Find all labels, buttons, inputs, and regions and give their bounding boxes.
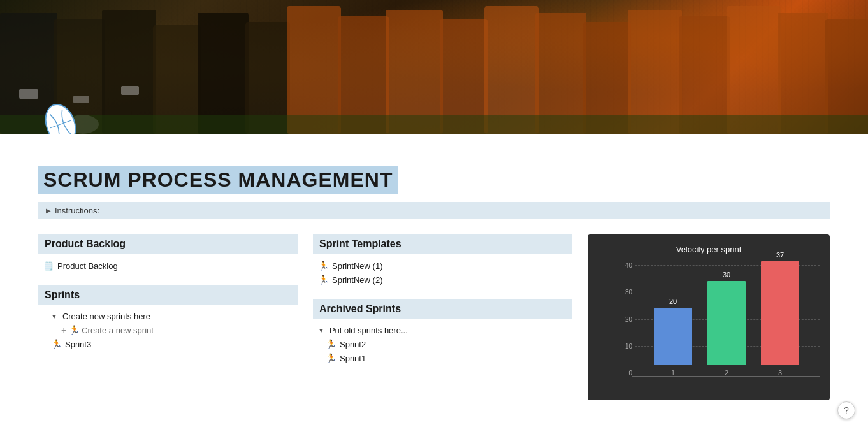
content-grid: Product Backlog 🗒️ Product Backlog Sprin…: [38, 234, 830, 400]
archived-sprints-header: Archived Sprints: [313, 299, 572, 319]
bars-area: 20 1 30 2 37 3: [633, 262, 820, 377]
bar-value-1: 20: [669, 298, 677, 305]
sprint3-label: Sprint3: [65, 340, 91, 349]
bar-value-3: 37: [776, 251, 784, 259]
bar-1: [654, 308, 692, 365]
product-backlog-section: Product Backlog 🗒️ Product Backlog: [38, 234, 298, 273]
main-content: SCRUM PROCESS MANAGEMENT ▶ Instructions:…: [0, 134, 868, 413]
instructions-arrow-icon: ▶: [46, 207, 51, 214]
y-label-10: 10: [617, 343, 632, 350]
sprint2-item[interactable]: 🏃 Sprint2: [313, 337, 572, 351]
product-backlog-header: Product Backlog: [38, 234, 298, 254]
sprint1-label: Sprint1: [340, 354, 366, 363]
svg-rect-20: [121, 86, 139, 95]
create-sprint-label: Create a new sprint: [82, 326, 154, 335]
svg-rect-21: [0, 115, 868, 134]
put-old-sprints-label: Put old sprints here...: [329, 326, 408, 335]
product-backlog-label: Product Backlog: [57, 261, 118, 271]
hero-players-svg: [0, 0, 868, 134]
y-label-40: 40: [617, 262, 632, 269]
sprint2-label: Sprint2: [340, 340, 366, 349]
rugby-ball-logo: [38, 102, 83, 134]
sprint3-icon: 🏃: [51, 339, 61, 349]
sprint-template-1-icon: 🏃: [318, 261, 328, 271]
bar-group-2: 30 2: [707, 271, 746, 377]
sprint-template-1-label: SprintNew (1): [332, 261, 382, 271]
sprint1-item[interactable]: 🏃 Sprint1: [313, 351, 572, 365]
chart-area: 40 30 20 10: [598, 262, 820, 389]
instructions-bar[interactable]: ▶ Instructions:: [38, 202, 830, 219]
sprint-template-2-label: SprintNew (2): [332, 275, 382, 285]
page-title: SCRUM PROCESS MANAGEMENT: [38, 166, 398, 194]
sprints-section: Sprints ▼ Create new sprints here + 🏃 Cr…: [38, 285, 298, 351]
help-button[interactable]: ?: [837, 401, 855, 419]
right-column: Sprint Templates 🏃 SprintNew (1) 🏃 Sprin…: [313, 234, 572, 365]
sprint2-icon: 🏃: [326, 339, 336, 349]
backlog-icon: 🗒️: [43, 261, 54, 271]
y-label-30: 30: [617, 289, 632, 296]
logo-area: [38, 102, 89, 134]
svg-point-23: [40, 102, 80, 134]
sprint-templates-section: Sprint Templates 🏃 SprintNew (1) 🏃 Sprin…: [313, 234, 572, 287]
left-column: Product Backlog 🗒️ Product Backlog Sprin…: [38, 234, 298, 351]
bar-group-1: 20 1: [654, 298, 692, 377]
plus-icon: +: [61, 325, 66, 335]
create-sprints-here-label: Create new sprints here: [62, 312, 150, 321]
sprint-templates-header: Sprint Templates: [313, 234, 572, 254]
product-backlog-item[interactable]: 🗒️ Product Backlog: [38, 259, 298, 273]
collapse-arrow-icon: ▼: [51, 313, 57, 320]
y-label-0: 0: [617, 370, 632, 377]
y-label-20: 20: [617, 316, 632, 323]
bar-group-3: 37 3: [761, 251, 799, 377]
svg-rect-18: [19, 89, 38, 99]
sprints-header: Sprints: [38, 285, 298, 305]
hero-banner: [0, 0, 868, 134]
velocity-chart-container: Velocity per sprint 40 30 20: [588, 234, 830, 400]
archived-sprints-section: Archived Sprints ▼ Put old sprints here.…: [313, 299, 572, 365]
sprint1-icon: 🏃: [326, 353, 336, 363]
sprint-template-1-item[interactable]: 🏃 SprintNew (1): [313, 259, 572, 273]
bar-2: [707, 281, 746, 365]
sprint-template-icon: 🏃: [69, 325, 79, 335]
x-axis-line: [632, 376, 820, 377]
bar-3: [761, 261, 799, 365]
sprint3-item[interactable]: 🏃 Sprint3: [38, 337, 298, 351]
sprints-group-item[interactable]: ▼ Create new sprints here: [38, 310, 298, 323]
create-new-sprint-row[interactable]: + 🏃 Create a new sprint: [38, 323, 298, 337]
archived-group-item[interactable]: ▼ Put old sprints here...: [313, 324, 572, 337]
sprint-template-2-icon: 🏃: [318, 275, 328, 285]
archived-collapse-icon: ▼: [318, 327, 324, 334]
bar-value-2: 30: [723, 271, 730, 278]
instructions-label: Instructions:: [55, 206, 99, 215]
sprint-template-2-item[interactable]: 🏃 SprintNew (2): [313, 273, 572, 287]
